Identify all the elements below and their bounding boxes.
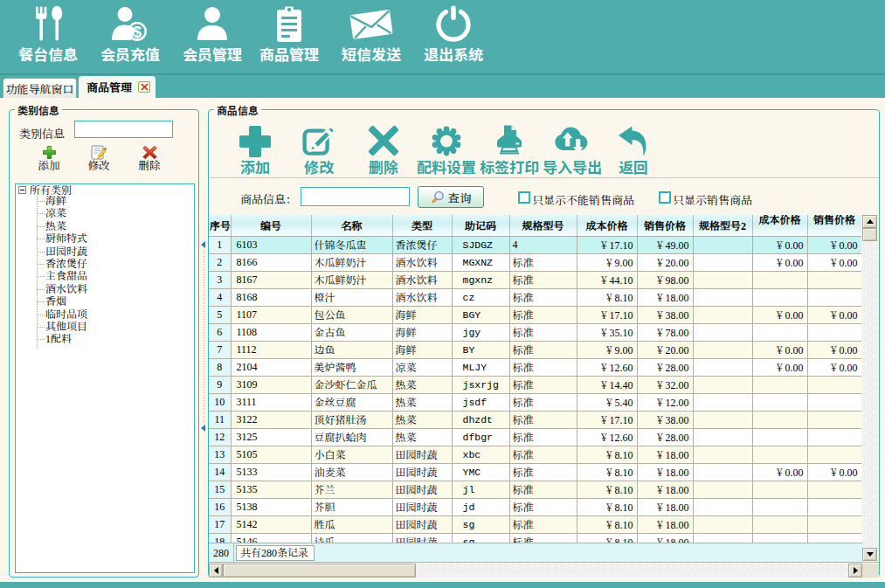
toolbar-button-member-manage[interactable]: 会员管理 [181, 3, 244, 70]
grid-cell[interactable]: 诗瓜 [311, 533, 392, 543]
grid-cell[interactable]: ¥ 18.00 [637, 446, 693, 463]
grid-cell[interactable] [693, 411, 752, 428]
grid-cell[interactable]: 3109 [231, 376, 311, 393]
grid-cell[interactable]: 5138 [231, 498, 311, 515]
horizontal-scroll-track[interactable] [416, 564, 848, 578]
grid-column-header[interactable]: 成本价格 [577, 215, 637, 236]
grid-cell[interactable]: ¥ 8.10 [577, 498, 637, 515]
grid-cell[interactable]: 金古鱼 [311, 323, 392, 341]
grid-cell[interactable] [807, 271, 861, 288]
tab-function-navigation[interactable]: 功能导航窗口 [3, 78, 77, 98]
grid-cell[interactable]: 1112 [231, 341, 311, 358]
grid-cell[interactable]: 芥胆 [311, 498, 392, 515]
grid-cell[interactable] [752, 481, 807, 498]
grid-cell[interactable]: 标准 [509, 498, 577, 515]
grid-cell[interactable]: BGY [452, 306, 509, 323]
grid-cell[interactable]: ¥ 0.00 [752, 236, 807, 253]
grid-cell[interactable]: 5105 [231, 446, 311, 463]
grid-cell[interactable]: 橙汁 [311, 288, 392, 306]
grid-cell[interactable]: ¥ 44.10 [577, 271, 637, 288]
grid-cell[interactable]: 标准 [509, 515, 577, 533]
grid-cell[interactable]: jgy [452, 323, 509, 341]
grid-column-header[interactable]: 助记码 [452, 215, 509, 236]
row-indicator-cell[interactable]: 18 [209, 533, 231, 543]
grid-cell[interactable]: ¥ 0.00 [752, 341, 807, 358]
grid-cell[interactable]: jsdf [452, 393, 509, 411]
grid-cell[interactable]: ¥ 9.00 [577, 253, 637, 271]
grid-cell[interactable] [693, 253, 752, 271]
grid-cell[interactable]: 金丝豆腐 [311, 393, 392, 411]
grid-cell[interactable]: 标准 [509, 481, 577, 498]
grid-cell[interactable]: 热菜 [392, 428, 452, 446]
grid-column-header[interactable]: 规格型号 [509, 215, 577, 236]
toolbar-button-sms-send[interactable]: 短信发送 [340, 3, 403, 70]
grid-cell[interactable]: xbc [452, 446, 509, 463]
grid-cell[interactable] [752, 533, 807, 543]
vertical-scroll-thumb[interactable] [862, 228, 877, 241]
grid-row-4[interactable]: 48168橙汁酒水饮料cz标准¥ 8.10¥ 18.00 [209, 288, 861, 306]
grid-cell[interactable]: 海鲜 [392, 323, 452, 341]
row-indicator-cell[interactable]: 13 [209, 446, 231, 463]
grid-cell[interactable]: 胜瓜 [311, 515, 392, 533]
grid-cell[interactable]: 田园时蔬 [392, 498, 452, 515]
row-indicator-cell[interactable]: 12 [209, 428, 231, 446]
grid-cell[interactable] [693, 236, 752, 253]
grid-cell[interactable]: ¥ 0.00 [807, 236, 861, 253]
grid-cell[interactable] [807, 481, 861, 498]
grid-row-13[interactable]: 135105小白菜田园时蔬xbc标准¥ 8.10¥ 18.00 [209, 446, 861, 463]
row-indicator-cell[interactable]: 17 [209, 515, 231, 533]
grid-cell[interactable]: ¥ 8.10 [577, 288, 637, 306]
grid-cell[interactable]: ¥ 9.00 [577, 341, 637, 358]
grid-row-2[interactable]: 28166木瓜鲜奶汁酒水饮料MGXNZ标准¥ 9.00¥ 20.00¥ 0.00… [209, 253, 861, 271]
grid-cell[interactable]: 标准 [509, 358, 577, 376]
grid-row-9[interactable]: 93109金沙虾仁金瓜热菜jsxrjg标准¥ 14.40¥ 32.00 [209, 376, 861, 393]
grid-row-11[interactable]: 113122顶好猪肚汤热菜dhzdt标准¥ 17.10¥ 38.00 [209, 411, 861, 428]
grid-cell[interactable] [752, 323, 807, 341]
grid-row-14[interactable]: 145133油麦菜田园时蔬YMC标准¥ 8.10¥ 18.00¥ 0.00¥ 0… [209, 463, 861, 481]
grid-row-3[interactable]: 38167木瓜鲜奶汁酒水饮料mgxnz标准¥ 44.10¥ 98.00 [209, 271, 861, 288]
row-indicator-cell[interactable]: 16 [209, 498, 231, 515]
grid-cell[interactable]: 8167 [231, 271, 311, 288]
grid-cell[interactable] [807, 533, 861, 543]
grid-cell[interactable]: 标准 [509, 341, 577, 358]
grid-cell[interactable]: ¥ 8.10 [577, 481, 637, 498]
grid-cell[interactable] [752, 498, 807, 515]
grid-cell[interactable]: 标准 [509, 428, 577, 446]
category-delete-button[interactable]: 删除 [130, 145, 169, 175]
grid-cell[interactable]: ¥ 0.00 [807, 341, 861, 358]
grid-cell[interactable]: 标准 [509, 411, 577, 428]
grid-cell[interactable]: mgxnz [452, 271, 509, 288]
grid-cell[interactable] [807, 411, 861, 428]
grid-cell[interactable]: ¥ 49.00 [637, 236, 693, 253]
grid-cell[interactable]: ¥ 28.00 [637, 428, 693, 446]
row-indicator-cell[interactable]: 9 [209, 376, 231, 393]
grid-cell[interactable]: 标准 [509, 253, 577, 271]
grid-cell[interactable] [807, 323, 861, 341]
grid-column-header[interactable]: 成本价格 [752, 215, 807, 236]
grid-cell[interactable]: ¥ 5.40 [577, 393, 637, 411]
row-indicator-cell[interactable]: 7 [209, 341, 231, 358]
splitter-collapse-arrow-top[interactable] [201, 241, 205, 248]
grid-cell[interactable]: 3125 [231, 428, 311, 446]
grid-cell[interactable]: 3111 [231, 393, 311, 411]
grid-cell[interactable] [693, 498, 752, 515]
row-indicator-cell[interactable]: 8 [209, 358, 231, 376]
row-indicator-cell[interactable]: 6 [209, 323, 231, 341]
grid-cell[interactable]: ¥ 0.00 [807, 306, 861, 323]
grid-cell[interactable]: 田园时蔬 [392, 463, 452, 481]
scroll-right-button[interactable] [848, 564, 862, 578]
grid-cell[interactable]: 酒水饮料 [392, 253, 452, 271]
grid-cell[interactable]: ¥ 18.00 [637, 515, 693, 533]
grid-cell[interactable]: 香浓煲仔 [392, 236, 452, 253]
grid-cell[interactable] [693, 376, 752, 393]
row-indicator-cell[interactable]: 10 [209, 393, 231, 411]
grid-row-6[interactable]: 61108金古鱼海鲜jgy标准¥ 35.10¥ 78.00 [209, 323, 861, 341]
grid-cell[interactable] [807, 428, 861, 446]
grid-row-12[interactable]: 123125豆腐扒蛤肉热菜dfbgr标准¥ 12.60¥ 28.00 [209, 428, 861, 446]
grid-row-15[interactable]: 155135芥兰田园时蔬jl标准¥ 8.10¥ 18.00 [209, 481, 861, 498]
scroll-up-button[interactable] [862, 215, 877, 228]
grid-cell[interactable]: ¥ 0.00 [752, 463, 807, 481]
grid-cell[interactable]: ¥ 17.10 [577, 306, 637, 323]
grid-cell[interactable] [752, 446, 807, 463]
grid-row-7[interactable]: 71112边鱼海鲜BY标准¥ 9.00¥ 20.00¥ 0.00¥ 0.00 [209, 341, 861, 358]
